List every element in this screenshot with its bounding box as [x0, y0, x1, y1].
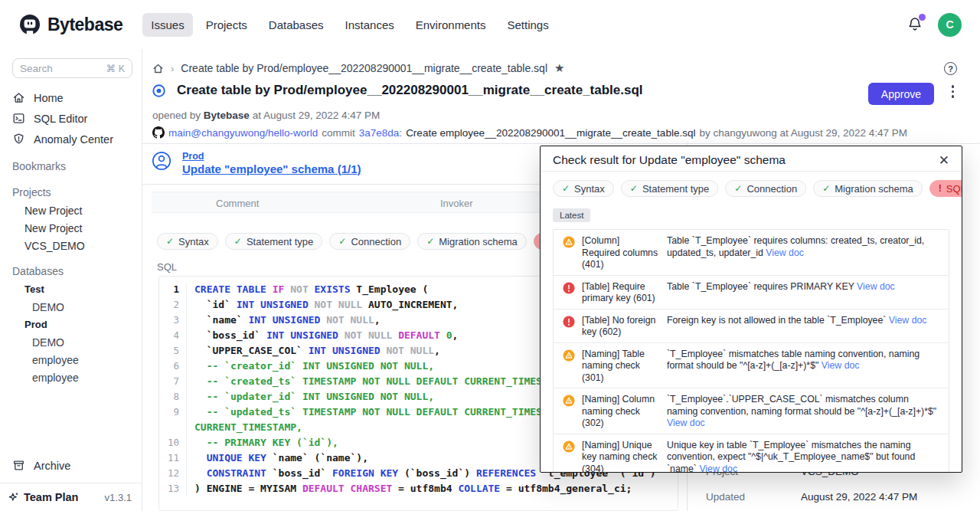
- sidebar-item-label: Archive: [34, 460, 70, 472]
- detail-row-updated: UpdatedAugust 29, 2022 4:47 PM: [706, 491, 972, 503]
- check-description: `T_Employee` mismatches table naming con…: [667, 347, 941, 372]
- check-result-row: [Naming] Unique key naming check (304)Un…: [554, 434, 949, 473]
- check-icon: ✓: [630, 183, 638, 194]
- vcs-branch-link[interactable]: main@changyuwong/hello-world: [168, 127, 318, 139]
- notifications-bell-icon[interactable]: [906, 15, 924, 34]
- main-nav: IssuesProjectsDatabasesInstancesEnvironm…: [142, 13, 557, 37]
- app-version: v1.3.1: [105, 492, 132, 503]
- user-avatar[interactable]: C: [938, 13, 962, 37]
- sidebar-project-new-project[interactable]: New Project: [12, 201, 132, 219]
- breadcrumb: › Create table by Prod/employee__2022082…: [152, 61, 564, 75]
- check-badge-syntax[interactable]: ✓Syntax: [157, 233, 218, 250]
- sidebar-database-employee[interactable]: employee: [12, 351, 132, 369]
- help-icon[interactable]: ?: [944, 62, 957, 75]
- stage-name-link[interactable]: Update "employee" schema (1/1): [182, 162, 361, 175]
- check-badge-label: Statement type: [247, 236, 313, 247]
- view-doc-link[interactable]: View doc: [822, 360, 860, 371]
- plan-footer[interactable]: Team Plan v1.3.1: [0, 483, 142, 511]
- bookmark-star-icon[interactable]: ★: [554, 61, 564, 75]
- check-description: `T_Employee`.`UPPER_CASE_COL` mismatches…: [667, 392, 941, 430]
- close-icon[interactable]: ✕: [939, 154, 949, 167]
- commit-message: Create employee__202208290001__migrate__…: [406, 127, 695, 139]
- view-doc-link[interactable]: View doc: [699, 464, 737, 473]
- check-result-row: [Naming] Column naming check (302)`T_Emp…: [554, 388, 949, 434]
- chevron-right-icon: ›: [171, 63, 174, 74]
- bytebase-logo[interactable]: Bytebase: [18, 13, 122, 36]
- check-badge-label: Statement type: [642, 183, 709, 195]
- issue-title-row: Create table by Prod/employee__202208290…: [152, 83, 643, 98]
- terminal-icon: [12, 112, 25, 125]
- sidebar-item-home[interactable]: Home: [12, 87, 132, 108]
- home-breadcrumb-icon[interactable]: [152, 63, 164, 74]
- sidebar-project-new-project[interactable]: New Project: [12, 219, 132, 237]
- line-number: 4: [159, 328, 187, 343]
- code-line: 13) ENGINE = MYISAM DEFAULT CHARSET = ut…: [159, 481, 678, 496]
- check-badge-sql-review[interactable]: !SQL review: [929, 180, 962, 197]
- check-badge-label: Syntax: [574, 183, 605, 195]
- view-doc-link[interactable]: View doc: [889, 315, 927, 326]
- line-number: 7: [159, 374, 187, 389]
- sidebar-project-vcs-demo[interactable]: VCS_DEMO: [12, 237, 132, 254]
- latest-filter-chip[interactable]: Latest: [553, 208, 590, 222]
- commit-hash-link[interactable]: 3a7e8da:: [359, 127, 402, 139]
- nav-tab-issues[interactable]: Issues: [142, 13, 192, 37]
- check-icon: ✓: [734, 183, 742, 194]
- nav-tab-instances[interactable]: Instances: [337, 13, 403, 37]
- check-badge-connection[interactable]: ✓Connection: [725, 180, 806, 197]
- check-rule-name: [Table] No foreign key (602): [582, 313, 660, 339]
- sidebar-database-employee[interactable]: employee: [12, 369, 132, 386]
- modal-check-badges: ✓Syntax✓Statement type✓Connection✓Migrat…: [553, 180, 949, 197]
- bytebase-app: Bytebase IssuesProjectsDatabasesInstance…: [0, 0, 980, 511]
- bookmarks-header: Bookmarks: [12, 156, 132, 175]
- breadcrumb-title[interactable]: Create table by Prod/employee__202208290…: [181, 62, 547, 74]
- check-icon: ✓: [338, 236, 346, 247]
- detail-label: Updated: [706, 491, 801, 503]
- error-icon: [563, 316, 575, 328]
- approve-button[interactable]: Approve: [868, 83, 934, 105]
- check-result-row: [Column] Required columns (401)Table `T_…: [554, 230, 949, 276]
- more-actions-icon[interactable]: [952, 85, 955, 98]
- sidebar-database-demo[interactable]: DEMO: [12, 298, 132, 316]
- sidebar-item-label: Home: [34, 92, 64, 104]
- sidebar-item-archive[interactable]: Archive: [12, 455, 70, 476]
- check-rule-name: [Naming] Unique key naming check (304): [582, 438, 660, 473]
- check-badge-connection[interactable]: ✓Connection: [329, 233, 410, 250]
- check-description: Table `T_Employee` requires PRIMARY KEY …: [667, 280, 941, 293]
- search-input[interactable]: Search ⌘ K: [12, 58, 132, 78]
- check-badge-syntax[interactable]: ✓Syntax: [553, 180, 614, 197]
- view-doc-link[interactable]: View doc: [667, 418, 705, 428]
- check-badge-statement-type[interactable]: ✓Statement type: [621, 180, 719, 197]
- left-sidebar: Search ⌘ K Home SQL Editor: [0, 49, 142, 511]
- nav-tab-settings[interactable]: Settings: [498, 13, 557, 37]
- issue-open-status-icon: [152, 84, 166, 98]
- check-badge-migration-schema[interactable]: ✓Migration schema: [417, 233, 527, 250]
- modal-header: Check result for Update "employee" schem…: [541, 146, 962, 172]
- column-header-comment: Comment: [216, 192, 259, 214]
- sidebar-nav: Home SQL Editor Anomaly Center: [12, 87, 132, 149]
- check-rule-name: [Column] Required columns (401): [582, 234, 660, 271]
- line-number: 3: [159, 313, 187, 328]
- nav-tab-databases[interactable]: Databases: [260, 13, 332, 37]
- issue-opened-meta: opened by Bytebase at August 29, 2022 4:…: [152, 110, 380, 121]
- line-number: 11: [159, 450, 187, 466]
- error-icon: [563, 282, 575, 294]
- view-doc-link[interactable]: View doc: [766, 247, 804, 258]
- archive-icon: [12, 459, 25, 472]
- check-badge-statement-type[interactable]: ✓Statement type: [225, 233, 323, 250]
- projects-header: Projects: [12, 182, 132, 201]
- check-icon: ✓: [562, 183, 570, 194]
- nav-tab-environments[interactable]: Environments: [407, 13, 495, 37]
- view-doc-link[interactable]: View doc: [857, 281, 895, 292]
- sidebar-database-demo[interactable]: DEMO: [12, 333, 132, 351]
- sidebar-item-anomaly-center[interactable]: Anomaly Center: [12, 129, 132, 149]
- check-icon: ✓: [426, 236, 434, 247]
- sql-section-label: SQL: [157, 261, 177, 273]
- sidebar-item-sql-editor[interactable]: SQL Editor: [12, 108, 132, 129]
- check-badge-migration-schema[interactable]: ✓Migration schema: [813, 180, 923, 197]
- issue-opener: Bytebase: [204, 110, 250, 121]
- nav-tab-projects[interactable]: Projects: [198, 13, 256, 37]
- check-rule-name: [Naming] Table naming check (301): [582, 347, 660, 385]
- line-number: 10: [159, 435, 187, 450]
- stage-environment-link[interactable]: Prod: [182, 151, 361, 162]
- check-icon: ✓: [166, 236, 174, 247]
